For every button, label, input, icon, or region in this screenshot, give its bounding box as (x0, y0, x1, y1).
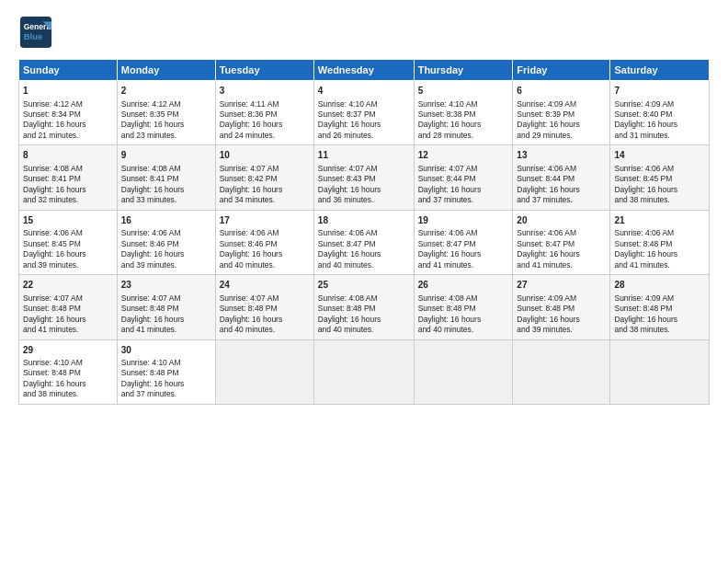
day-info: Sunrise: 4:07 AM (418, 164, 509, 174)
day-info: Daylight: 16 hours (418, 120, 509, 130)
day-cell: 30Sunrise: 4:10 AMSunset: 8:48 PMDayligh… (117, 339, 215, 404)
day-cell: 26Sunrise: 4:08 AMSunset: 8:48 PMDayligh… (414, 275, 513, 339)
day-info: Sunrise: 4:10 AM (121, 358, 211, 368)
day-cell: 27Sunrise: 4:09 AMSunset: 8:48 PMDayligh… (513, 275, 610, 339)
day-cell: 24Sunrise: 4:07 AMSunset: 8:48 PMDayligh… (215, 275, 313, 339)
day-info: Daylight: 16 hours (220, 315, 310, 325)
day-info: and 31 minutes. (614, 131, 705, 141)
day-info: and 40 minutes. (318, 325, 410, 335)
week-row-5: 29Sunrise: 4:10 AMSunset: 8:48 PMDayligh… (19, 339, 710, 404)
day-info: Sunset: 8:43 PM (318, 174, 410, 184)
day-info: and 39 minutes. (23, 260, 113, 270)
day-cell: 13Sunrise: 4:06 AMSunset: 8:44 PMDayligh… (513, 145, 610, 210)
day-info: Sunrise: 4:10 AM (418, 99, 509, 109)
day-number: 17 (220, 214, 310, 227)
day-number: 7 (614, 85, 705, 98)
header-monday: Monday (117, 60, 215, 81)
day-info: Sunset: 8:47 PM (318, 239, 410, 249)
day-info: Sunrise: 4:07 AM (318, 164, 410, 174)
day-info: Sunset: 8:35 PM (121, 109, 211, 120)
day-info: Sunset: 8:47 PM (418, 239, 509, 249)
day-number: 13 (517, 149, 606, 162)
day-number: 10 (220, 149, 310, 162)
day-info: and 38 minutes. (614, 325, 705, 335)
day-number: 2 (121, 85, 211, 98)
day-info: and 33 minutes. (121, 195, 211, 205)
day-info: Sunrise: 4:06 AM (614, 164, 705, 174)
day-info: Daylight: 16 hours (318, 249, 410, 259)
header-thursday: Thursday (414, 60, 513, 81)
day-info: Sunset: 8:48 PM (121, 304, 211, 314)
day-number: 3 (220, 85, 310, 98)
header: General Blue (18, 15, 710, 50)
day-info: Sunrise: 4:06 AM (121, 228, 211, 238)
day-number: 11 (318, 149, 410, 162)
day-info: Sunrise: 4:12 AM (23, 99, 113, 109)
day-cell: 25Sunrise: 4:08 AMSunset: 8:48 PMDayligh… (313, 275, 414, 339)
day-info: and 40 minutes. (220, 325, 310, 335)
day-info: Sunrise: 4:09 AM (517, 99, 606, 109)
day-info: Sunset: 8:48 PM (418, 304, 509, 314)
day-info: Sunrise: 4:06 AM (517, 164, 606, 174)
day-cell: 15Sunrise: 4:06 AMSunset: 8:45 PMDayligh… (19, 210, 118, 274)
day-info: Sunset: 8:42 PM (220, 174, 310, 184)
day-info: and 40 minutes. (418, 325, 509, 335)
day-info: and 39 minutes. (517, 325, 606, 335)
day-info: Sunset: 8:41 PM (121, 174, 211, 184)
day-cell: 20Sunrise: 4:06 AMSunset: 8:47 PMDayligh… (513, 210, 610, 274)
day-info: and 39 minutes. (121, 260, 211, 270)
day-info: Daylight: 16 hours (121, 315, 211, 325)
day-number: 14 (614, 149, 705, 162)
day-info: and 41 minutes. (517, 260, 606, 270)
day-info: Sunset: 8:48 PM (23, 304, 113, 314)
day-info: Daylight: 16 hours (23, 379, 113, 389)
day-cell: 19Sunrise: 4:06 AMSunset: 8:47 PMDayligh… (414, 210, 513, 274)
day-cell: 6Sunrise: 4:09 AMSunset: 8:39 PMDaylight… (513, 81, 610, 145)
day-number: 19 (418, 214, 509, 227)
day-info: Daylight: 16 hours (220, 185, 310, 195)
day-info: Sunset: 8:48 PM (318, 304, 410, 314)
day-cell: 8Sunrise: 4:08 AMSunset: 8:41 PMDaylight… (19, 145, 118, 210)
day-info: and 21 minutes. (23, 131, 113, 141)
week-row-4: 22Sunrise: 4:07 AMSunset: 8:48 PMDayligh… (19, 275, 710, 339)
day-info: Daylight: 16 hours (614, 185, 705, 195)
day-cell: 3Sunrise: 4:11 AMSunset: 8:36 PMDaylight… (215, 81, 313, 145)
day-number: 28 (614, 279, 705, 292)
day-number: 20 (517, 214, 606, 227)
day-number: 4 (318, 85, 410, 98)
day-info: Sunset: 8:40 PM (614, 109, 705, 120)
day-info: and 41 minutes. (121, 325, 211, 335)
day-number: 29 (23, 344, 113, 357)
day-info: and 37 minutes. (121, 389, 211, 399)
header-saturday: Saturday (610, 60, 710, 81)
day-info: Daylight: 16 hours (121, 249, 211, 259)
day-cell: 1Sunrise: 4:12 AMSunset: 8:34 PMDaylight… (19, 81, 118, 145)
day-info: Sunrise: 4:06 AM (220, 228, 310, 238)
day-info: Sunset: 8:44 PM (418, 174, 509, 184)
week-row-3: 15Sunrise: 4:06 AMSunset: 8:45 PMDayligh… (19, 210, 710, 274)
day-info: Sunrise: 4:12 AM (121, 99, 211, 109)
day-number: 12 (418, 149, 509, 162)
day-info: and 28 minutes. (418, 131, 509, 141)
header-friday: Friday (513, 60, 610, 81)
calendar-header-row: SundayMondayTuesdayWednesdayThursdayFrid… (19, 60, 710, 81)
week-row-1: 1Sunrise: 4:12 AMSunset: 8:34 PMDaylight… (19, 81, 710, 145)
day-cell (313, 339, 414, 404)
day-cell: 12Sunrise: 4:07 AMSunset: 8:44 PMDayligh… (414, 145, 513, 210)
day-info: Daylight: 16 hours (318, 120, 410, 130)
logo-icon: General Blue (18, 15, 53, 50)
day-number: 5 (418, 85, 509, 98)
day-info: Sunrise: 4:07 AM (220, 293, 310, 304)
day-info: and 23 minutes. (121, 131, 211, 141)
day-info: Sunrise: 4:07 AM (23, 293, 113, 304)
day-cell: 21Sunrise: 4:06 AMSunset: 8:48 PMDayligh… (610, 210, 710, 274)
day-info: Daylight: 16 hours (517, 120, 606, 130)
day-number: 25 (318, 279, 410, 292)
day-info: Sunset: 8:48 PM (23, 368, 113, 378)
day-info: Sunrise: 4:06 AM (318, 228, 410, 238)
day-info: Daylight: 16 hours (517, 249, 606, 259)
day-info: and 37 minutes. (517, 195, 606, 205)
day-number: 18 (318, 214, 410, 227)
day-info: Daylight: 16 hours (23, 249, 113, 259)
day-info: Daylight: 16 hours (318, 315, 410, 325)
